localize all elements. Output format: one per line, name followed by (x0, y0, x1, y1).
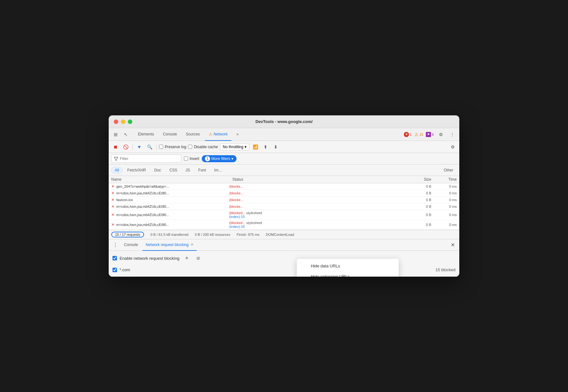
table-row[interactable]: ✕ m=cdos,hsm,jsa,mb4ZUb,cEt90... (blocke… (109, 220, 459, 230)
filter-js[interactable]: JS (182, 167, 193, 173)
preserve-log-checkbox[interactable]: Preserve log (159, 145, 186, 149)
filter-css[interactable]: CSS (166, 167, 181, 173)
table-row[interactable]: ✕ gen_204?s=webhp&t=aft&atyp=... (blocke… (109, 183, 459, 190)
row-status-6: (blocked... stylesheet (index):16 (229, 221, 274, 229)
clear-rules-button[interactable]: ⊘ (194, 254, 202, 262)
tab-console[interactable]: Console (159, 128, 181, 141)
throttling-select[interactable]: No throttling ▾ (220, 143, 250, 150)
filter-input-container[interactable]: ▽ (111, 155, 181, 163)
filter-bar: ▽ Invert 1 More filters ▾ (109, 153, 459, 164)
table-row[interactable]: ✕ favicon.ico (blocke... 0 B 0 ms (109, 197, 459, 203)
tab-close-icon[interactable]: ✕ (191, 243, 193, 247)
row-name-3: ✕ favicon.ico (111, 198, 229, 202)
devtools-content: ⊞ ↖ Elements Console Sources ⚠ Network » (109, 128, 459, 277)
error-row-icon: ✕ (111, 191, 114, 195)
close-button[interactable] (114, 120, 118, 124)
tab-sources[interactable]: Sources (182, 128, 204, 141)
filter-all[interactable]: All (111, 167, 122, 173)
filter-active-icon[interactable]: ▼ (135, 143, 143, 151)
clear-log-button[interactable]: 🚫 (121, 143, 130, 151)
dropdown-hide-data-urls[interactable]: Hide data URLs (297, 261, 399, 271)
request-count: 15 / 17 requests (111, 232, 144, 237)
warning-badge: ⚠ 15 (414, 132, 423, 137)
minimize-button[interactable] (121, 120, 125, 124)
enable-blocking-label[interactable]: Enable network request blocking (113, 256, 179, 261)
row-time-5: 0 ms (431, 213, 457, 217)
resource-size: 0 B / 200 kB resources (195, 233, 230, 236)
row-status-4: (blocke... (229, 205, 274, 208)
upload-icon[interactable]: ⬆ (261, 143, 270, 151)
separator-1 (132, 144, 133, 150)
dom-content-load: DOMContentLoad (266, 233, 294, 236)
error-row-icon: ✕ (111, 204, 114, 209)
device-toolbar-icon[interactable]: ⊞ (111, 130, 120, 139)
row-size-5: 0 B (406, 213, 431, 217)
traffic-lights (114, 120, 132, 124)
dropdown-arrow-icon: ▾ (231, 156, 233, 161)
table-row[interactable]: ✕ m=cdos,hsm,jsa,mb4ZUb,cEt90... (blocke… (109, 190, 459, 197)
tab-more[interactable]: » (233, 128, 243, 141)
row-status-2: (blocke... (229, 191, 274, 195)
table-row[interactable]: ✕ m=cdos,hsm,jsa,mb4ZUb,cEt90... (blocke… (109, 210, 459, 220)
more-options-icon[interactable]: ⋮ (448, 130, 457, 139)
row-name-4: ✕ m=cdos,hsm,jsa,mb4ZUb,cEt90... (111, 204, 229, 209)
row-time-1: 0 ms (431, 185, 457, 188)
table-row[interactable]: ✕ m=cdos,hsm,jsa,mb4ZUb,cEt90... (blocke… (109, 203, 459, 210)
filter-other[interactable]: Other (440, 167, 457, 173)
invert-checkbox[interactable]: Invert (184, 156, 199, 161)
row-name-5: ✕ m=cdos,hsm,jsa,mb4ZUb,cEt90... (111, 213, 229, 217)
row-size-6: 0 B (406, 223, 431, 227)
bottom-tab-network-blocking[interactable]: Network request blocking ✕ (142, 239, 197, 251)
filter-fetch-xhr[interactable]: Fetch/XHR (124, 167, 149, 173)
tab-elements[interactable]: Elements (134, 128, 158, 141)
stop-recording-button[interactable]: ⏹ (111, 143, 120, 151)
network-blocking-panel: Enable network request blocking + ⊘ *.co… (109, 251, 459, 277)
window-title: DevTools - www.google.com/ (255, 119, 312, 124)
bottom-tab-bar: ⋮ Console Network request blocking ✕ ✕ (109, 239, 459, 251)
tab-bar-right: ✕ 1 ⚠ 15 ⚑ 6 ⚙ ⋮ (404, 130, 457, 139)
bottom-tab-console[interactable]: Console (121, 239, 141, 251)
purple-badge: ⚑ 6 (426, 132, 434, 137)
preserve-log-input[interactable] (159, 145, 163, 149)
table-container: Name Status Size Time ✕ gen_204?s=webhp&… (109, 176, 459, 230)
dropdown-hide-extension-urls[interactable]: Hide extension URLs (297, 271, 399, 277)
main-tab-bar: ⊞ ↖ Elements Console Sources ⚠ Network » (109, 128, 459, 141)
error-row-icon: ✕ (111, 184, 114, 189)
error-row-icon: ✕ (111, 198, 114, 202)
row-time-2: 0 ms (431, 191, 457, 195)
rule-checkbox[interactable] (113, 268, 117, 272)
row-name-1: ✕ gen_204?s=webhp&t=aft&atyp=... (111, 184, 229, 189)
enable-blocking-checkbox[interactable] (113, 256, 117, 260)
disable-cache-checkbox[interactable]: Disable cache (188, 145, 218, 149)
network-settings-icon[interactable]: ⚙ (448, 143, 457, 151)
devtools-window: DevTools - www.google.com/ ⊞ ↖ Elements … (109, 115, 459, 277)
error-row-icon: ✕ (111, 213, 114, 217)
download-icon[interactable]: ⬇ (272, 143, 280, 151)
bottom-panel: ⋮ Console Network request blocking ✕ ✕ E… (109, 239, 459, 277)
filter-font[interactable]: Font (195, 167, 209, 173)
row-name-6: ✕ m=cdos,hsm,jsa,mb4ZUb,cEt90... (111, 222, 229, 227)
header-size: Size (406, 177, 431, 182)
filter-doc[interactable]: Doc (151, 167, 164, 173)
invert-input[interactable] (184, 156, 188, 161)
tab-network[interactable]: ⚠ Network (205, 128, 231, 141)
header-status: Status (232, 177, 277, 182)
search-icon[interactable]: 🔍 (145, 143, 154, 151)
row-size-2: 0 B (406, 191, 431, 195)
filter-img[interactable]: Im… (211, 167, 226, 173)
filter-input[interactable] (120, 156, 178, 161)
close-all-panels-button[interactable]: ✕ (448, 241, 457, 249)
add-rule-button[interactable]: + (183, 254, 191, 262)
separator-2 (156, 144, 157, 150)
table-header-row: Name Status Size Time (109, 176, 459, 183)
rule-count: 15 blocked (435, 267, 455, 272)
inspect-icon[interactable]: ↖ (121, 130, 130, 139)
settings-icon[interactable]: ⚙ (436, 130, 445, 139)
bottom-menu-button[interactable]: ⋮ (111, 241, 120, 249)
maximize-button[interactable] (128, 120, 132, 124)
status-bar: 15 / 17 requests 0 B / 61.5 kB transferr… (109, 230, 459, 239)
row-size-1: 0 B (406, 185, 431, 188)
more-filters-button[interactable]: 1 More filters ▾ (202, 155, 237, 162)
wifi-icon[interactable]: 📶 (251, 143, 259, 151)
disable-cache-input[interactable] (188, 145, 192, 149)
